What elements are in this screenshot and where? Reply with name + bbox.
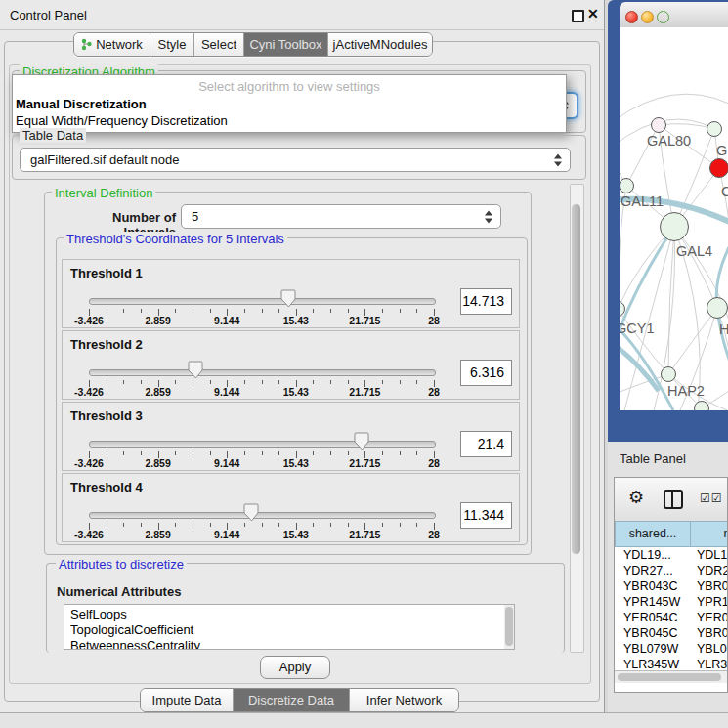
table-row[interactable]: YBR043CYBR0 [615, 578, 728, 594]
combo-arrows-icon [485, 210, 493, 223]
tab-style[interactable]: Style [150, 33, 194, 56]
number-of-intervals-combobox[interactable]: 5 [181, 204, 501, 229]
table-row[interactable]: YLR345WYLR3 [615, 657, 728, 670]
threshold-value-field[interactable]: 11.344 [460, 502, 512, 529]
slider-thumb[interactable] [354, 432, 369, 450]
slider-tick [244, 309, 245, 313]
network-node[interactable] [707, 121, 722, 137]
slider-track[interactable] [89, 441, 436, 448]
slider-tick-label: 28 [428, 457, 440, 469]
slider-tick [262, 523, 263, 527]
scrollbar-thumb[interactable] [505, 607, 513, 646]
slider-tick-label: 9.144 [214, 386, 239, 398]
threshold-value-field[interactable]: 6.316 [460, 360, 512, 386]
attribute-list-item[interactable]: TopologicalCoefficient [70, 622, 514, 638]
network-canvas[interactable]: GAL80G.CGAL11GAL4GCY1HHAP2 [620, 27, 728, 410]
slider-tick [244, 380, 245, 384]
float-window-icon[interactable] [572, 10, 584, 22]
threshold-label: Threshold 3 [70, 408, 143, 423]
split-columns-icon[interactable] [664, 490, 683, 509]
threshold-panel: Threshold 4 -3.4262.8599.14415.4321.7152… [62, 473, 520, 542]
dropdown-option-manual[interactable]: Manual Discretization [16, 97, 147, 111]
column-header-shared[interactable]: shared... [615, 521, 691, 547]
tab-impute-data[interactable]: Impute Data [141, 689, 234, 711]
network-node[interactable] [694, 401, 709, 410]
vertical-scrollbar[interactable] [570, 184, 584, 653]
slider-track[interactable] [89, 369, 436, 376]
table-cell: YBR045C [623, 625, 678, 641]
attribute-list-item[interactable]: SelfLoops [70, 607, 514, 622]
close-icon[interactable]: ✕ [587, 6, 599, 21]
table-row[interactable]: YDR27...YDR2 [615, 563, 728, 578]
network-node[interactable] [651, 117, 666, 133]
table-cell: YBR043C [623, 578, 678, 594]
slider-tick-label: 21.715 [349, 386, 380, 398]
slider-tick [107, 380, 107, 384]
threshold-stack: Threshold 1 -3.4262.8599.14415.4321.7152… [62, 259, 520, 542]
minimize-traffic-light[interactable] [641, 11, 654, 23]
zoom-traffic-light[interactable] [657, 11, 669, 23]
slider-thumb[interactable] [243, 503, 259, 522]
slider-track[interactable] [89, 512, 436, 519]
slider-tick-label: 2.859 [145, 529, 170, 540]
slider-tick [416, 451, 417, 455]
network-node-label: G. [716, 143, 728, 158]
slider-tick-label: 21.715 [349, 315, 380, 326]
attributes-list-scrollbar[interactable] [504, 605, 514, 649]
network-node[interactable] [707, 297, 728, 319]
dropdown-option-equal-width[interactable]: Equal Width/Frequency Discretization [16, 113, 228, 128]
slider-tick-label: 28 [428, 386, 440, 398]
slider-tick [175, 451, 176, 455]
table-row[interactable]: YER054CYER0 [615, 610, 728, 625]
slider-tick-label: 15.43 [283, 386, 309, 398]
slider-tick [416, 380, 417, 384]
slider-thumb[interactable] [188, 361, 203, 379]
top-tab-strip: Network Style Select Cyni Toolbox jActiv… [73, 32, 433, 57]
tab-discretize-data[interactable]: Discretize Data [234, 689, 350, 711]
slider-tick-label: -3.426 [74, 315, 104, 326]
slider-tick [348, 451, 349, 455]
network-node[interactable] [661, 366, 676, 382]
table-cell: YBR0 [697, 578, 728, 594]
apply-button[interactable]: Apply [260, 656, 330, 679]
close-traffic-light[interactable] [625, 11, 638, 23]
slider-tick [107, 309, 107, 313]
threshold-value-field[interactable]: 21.4 [460, 431, 512, 457]
tab-jactivemnodules[interactable]: jActiveMNodules [328, 33, 432, 56]
slider-tick [244, 451, 245, 455]
gear-icon[interactable]: ⚙ [628, 487, 644, 508]
table-cell: YER054C [623, 610, 678, 625]
attribute-list-item[interactable]: BetweennessCentrality [70, 638, 514, 650]
slider-tick [330, 309, 331, 313]
tab-network[interactable]: Network [74, 33, 150, 56]
algorithm-dropdown-popup: Select algorithm to view settings Manual… [12, 74, 567, 133]
scrollbar-thumb[interactable] [618, 673, 721, 681]
table-row[interactable]: YBL079WYBL0 [615, 641, 728, 657]
slider-track[interactable] [89, 298, 436, 305]
tab-cyni-toolbox[interactable]: Cyni Toolbox [244, 33, 328, 56]
tab-select[interactable]: Select [194, 33, 244, 56]
table-row[interactable]: YBR045CYBR0 [615, 625, 728, 641]
slider-tick [210, 451, 211, 455]
slider-tick [348, 380, 349, 384]
table-data-combobox[interactable]: galFiltered.sif default node [20, 148, 571, 172]
dropdown-hint-item[interactable]: Select algorithm to view settings [13, 79, 566, 94]
slider-tick [244, 523, 245, 527]
threshold-value-field[interactable]: 14.713 [460, 288, 512, 315]
network-node[interactable] [709, 158, 728, 178]
slider-tick [210, 380, 211, 384]
select-checkboxes-icon[interactable]: ☑☑ [700, 492, 723, 505]
slider-thumb[interactable] [280, 289, 296, 308]
table-cell: YER0 [697, 610, 728, 625]
table-row[interactable]: YDL19...YDL1 [615, 547, 728, 563]
tab-infer-network[interactable]: Infer Network [350, 689, 458, 711]
tab-label: Network [96, 37, 143, 52]
interval-definition-title: Interval Definition [52, 186, 155, 200]
horizontal-scrollbar[interactable] [615, 670, 727, 683]
slider-tick [330, 451, 331, 455]
table-row[interactable]: YPR145WYPR1 [615, 594, 728, 610]
scrollbar-thumb[interactable] [572, 204, 580, 554]
column-header-name[interactable]: n [690, 521, 728, 547]
slider-tick [262, 309, 263, 313]
network-node[interactable] [660, 212, 689, 241]
